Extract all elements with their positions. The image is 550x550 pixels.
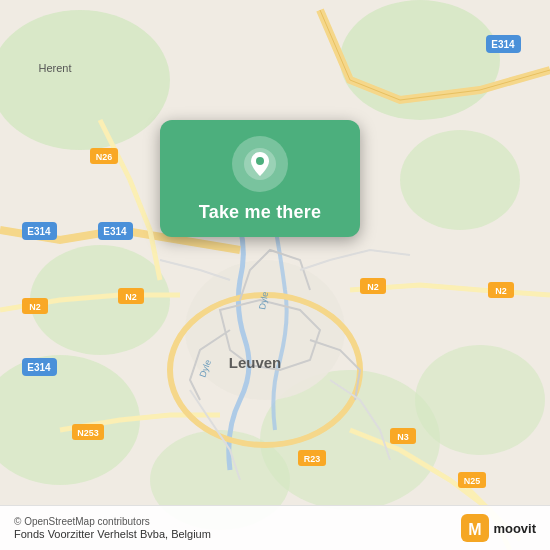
svg-point-2 bbox=[340, 0, 500, 120]
svg-text:Herent: Herent bbox=[38, 62, 71, 74]
pin-icon-wrapper bbox=[232, 136, 288, 192]
svg-text:E314: E314 bbox=[103, 226, 127, 237]
svg-text:N3: N3 bbox=[397, 432, 409, 442]
svg-text:E314: E314 bbox=[27, 362, 51, 373]
location-card[interactable]: Take me there bbox=[160, 120, 360, 237]
bottom-left: © OpenStreetMap contributors Fonds Voorz… bbox=[14, 516, 211, 540]
svg-text:N253: N253 bbox=[77, 428, 99, 438]
svg-point-3 bbox=[400, 130, 520, 230]
take-me-there-button[interactable]: Take me there bbox=[199, 202, 321, 223]
svg-point-7 bbox=[415, 345, 545, 455]
svg-text:N2: N2 bbox=[367, 282, 379, 292]
moovit-m-icon: M bbox=[461, 514, 489, 542]
moovit-logo: M moovit bbox=[461, 514, 536, 542]
svg-text:N2: N2 bbox=[495, 286, 507, 296]
svg-text:N2: N2 bbox=[29, 302, 41, 312]
svg-text:R23: R23 bbox=[304, 454, 321, 464]
moovit-text: moovit bbox=[493, 521, 536, 536]
map-container: E314 E314 E314 N26 N2 N2 N2 N2 N253 E314… bbox=[0, 0, 550, 550]
svg-point-42 bbox=[256, 157, 264, 165]
location-pin-icon bbox=[242, 146, 278, 182]
map-background: E314 E314 E314 N26 N2 N2 N2 N2 N253 E314… bbox=[0, 0, 550, 550]
attribution-text: © OpenStreetMap contributors bbox=[14, 516, 211, 527]
svg-text:E314: E314 bbox=[491, 39, 515, 50]
bottom-bar: © OpenStreetMap contributors Fonds Voorz… bbox=[0, 505, 550, 550]
svg-text:M: M bbox=[469, 521, 482, 538]
svg-text:Leuven: Leuven bbox=[229, 354, 282, 371]
svg-text:N26: N26 bbox=[96, 152, 113, 162]
svg-text:N25: N25 bbox=[464, 476, 481, 486]
place-name: Fonds Voorzitter Verhelst Bvba, Belgium bbox=[14, 528, 211, 540]
svg-text:N2: N2 bbox=[125, 292, 137, 302]
svg-text:E314: E314 bbox=[27, 226, 51, 237]
